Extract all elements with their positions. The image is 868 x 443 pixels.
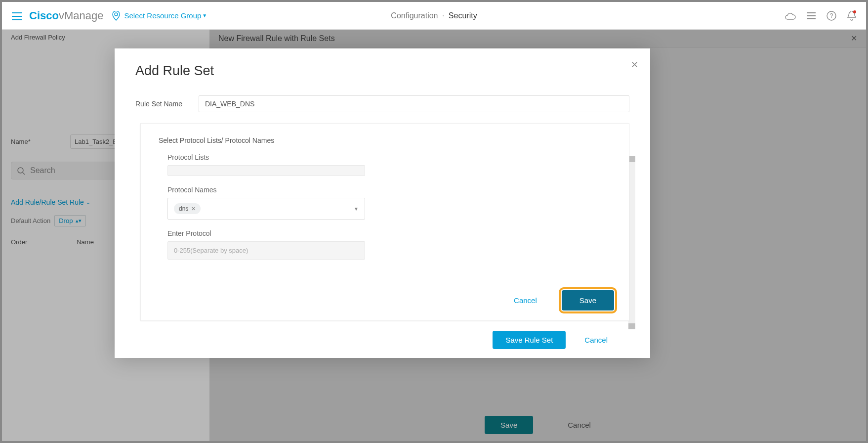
protocol-names-input[interactable]: dns ✕ ▼ [167, 198, 365, 220]
tasks-icon[interactable] [807, 10, 816, 21]
chip-remove-icon[interactable]: ✕ [191, 206, 196, 212]
enter-protocol-input[interactable]: 0-255(Separate by space) [167, 241, 365, 260]
rule-set-name-input[interactable] [199, 95, 629, 112]
save-rule-set-button[interactable]: Save Rule Set [493, 331, 566, 349]
cloud-icon[interactable] [785, 10, 796, 21]
brand: Cisco vManage [29, 9, 103, 22]
modal-close-icon[interactable]: ✕ [631, 59, 638, 70]
protocol-card: Select Protocol Lists/ Protocol Names Pr… [140, 123, 629, 321]
protocol-names-label: Protocol Names [167, 186, 611, 194]
scroll-down-icon[interactable] [628, 323, 635, 329]
modal-cancel-button[interactable]: Cancel [584, 336, 608, 344]
top-bar: Cisco vManage Select Resource Group▼ Con… [2, 2, 866, 30]
enter-protocol-label: Enter Protocol [167, 229, 611, 237]
inner-cancel-button[interactable]: Cancel [514, 296, 537, 305]
help-icon[interactable]: ? [827, 10, 836, 21]
scrollbar[interactable] [628, 156, 635, 329]
inner-save-button[interactable]: Save [562, 290, 614, 310]
chevron-down-icon[interactable]: ▼ [354, 206, 359, 212]
resource-group-selector[interactable]: Select Resource Group▼ [124, 11, 207, 20]
add-rule-set-modal: ✕ Add Rule Set Rule Set Name Select Prot… [115, 48, 650, 358]
protocol-lists-input[interactable] [167, 165, 365, 176]
protocol-chip-dns[interactable]: dns ✕ [174, 203, 201, 214]
protocol-lists-label: Protocol Lists [167, 153, 611, 161]
svg-text:?: ? [830, 12, 833, 19]
hamburger-icon[interactable] [12, 9, 22, 23]
modal-title: Add Rule Set [135, 63, 629, 79]
breadcrumb: Configuration · Security [391, 11, 477, 20]
brand-bold: Cisco [29, 9, 59, 22]
brand-light: vManage [59, 9, 104, 22]
location-icon [112, 11, 120, 21]
scroll-up-icon[interactable] [628, 156, 635, 162]
bell-icon[interactable] [847, 10, 856, 21]
rule-set-name-label: Rule Set Name [135, 100, 187, 108]
protocol-card-title: Select Protocol Lists/ Protocol Names [159, 136, 611, 144]
notification-dot [853, 10, 856, 13]
